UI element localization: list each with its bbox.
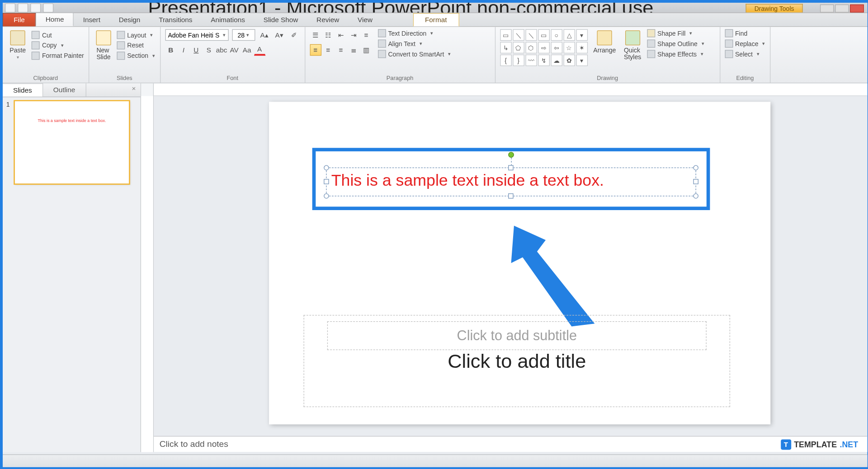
resize-handle[interactable] [693, 165, 698, 170]
shadow-button[interactable]: abc [216, 44, 227, 56]
tab-insert[interactable]: Insert [74, 14, 109, 26]
title-placeholder-container[interactable]: Click to add subtitle Click to add title [304, 315, 730, 407]
grow-font-button[interactable]: A▴ [259, 29, 270, 41]
shape-item[interactable]: ▾ [576, 55, 588, 66]
qat-button[interactable] [43, 3, 53, 12]
resize-handle[interactable] [324, 179, 329, 184]
tab-view[interactable]: View [349, 14, 382, 26]
arrange-button[interactable]: Arrange [591, 29, 618, 66]
shape-item[interactable]: } [513, 55, 524, 66]
shape-item[interactable]: ☆ [563, 42, 575, 54]
resize-handle[interactable] [324, 193, 329, 198]
panel-tab-outline[interactable]: Outline [43, 84, 86, 97]
shape-item[interactable]: ☁ [551, 55, 562, 66]
convert-smartart-button[interactable]: Convert to SmartArt [378, 50, 451, 58]
tab-slideshow[interactable]: Slide Show [254, 14, 307, 26]
font-size-select[interactable]: 28▾ [232, 29, 255, 41]
columns-button[interactable]: ▥ [360, 44, 372, 56]
select-button[interactable]: Select [725, 50, 765, 58]
justify-button[interactable]: ≣ [348, 44, 359, 56]
quick-styles-button[interactable]: Quick Styles [622, 29, 643, 66]
align-text-button[interactable]: Align Text [378, 40, 451, 48]
panel-tab-slides[interactable]: Slides [3, 84, 43, 97]
resize-handle[interactable] [693, 179, 698, 184]
resize-handle[interactable] [508, 165, 513, 170]
shape-fill-button[interactable]: Shape Fill [647, 29, 704, 38]
underline-button[interactable]: U [190, 44, 202, 56]
reset-button[interactable]: Reset [117, 41, 155, 49]
bold-button[interactable]: B [165, 44, 177, 56]
textbox-content[interactable]: This is a sample text inside a text box. [327, 168, 696, 193]
shape-item[interactable]: ⬠ [513, 42, 524, 54]
tab-format[interactable]: Format [413, 13, 459, 26]
align-left-button[interactable]: ≡ [310, 44, 321, 56]
italic-button[interactable]: I [178, 44, 189, 56]
shape-outline-button[interactable]: Shape Outline [647, 40, 704, 48]
shape-item[interactable]: ↯ [538, 55, 550, 66]
tab-home[interactable]: Home [36, 13, 74, 27]
shape-item[interactable]: ✶ [576, 42, 588, 54]
title-placeholder[interactable]: Click to add title [448, 350, 586, 372]
paste-button[interactable]: Paste ▾ [7, 29, 28, 61]
qat-button[interactable] [18, 3, 28, 12]
section-button[interactable]: Section [117, 52, 155, 60]
align-center-button[interactable]: ≡ [322, 44, 334, 56]
dec-indent-button[interactable]: ⇤ [335, 29, 347, 41]
font-name-select[interactable]: Adobe Fan Heiti S▾ [165, 29, 228, 41]
maximize-button[interactable] [835, 5, 849, 13]
shape-item[interactable]: ○ [551, 29, 562, 41]
format-painter-button[interactable]: Format Painter [32, 52, 84, 60]
slide[interactable]: This is a sample text inside a text box.… [269, 102, 770, 424]
shape-item[interactable]: 〰 [525, 55, 537, 66]
shape-item[interactable]: ↳ [500, 42, 512, 54]
shape-item[interactable]: ＼ [513, 29, 524, 41]
shape-item[interactable]: ⇦ [551, 42, 562, 54]
qat-button[interactable] [30, 3, 41, 12]
shape-item[interactable]: ▭ [500, 29, 512, 41]
resize-handle[interactable] [693, 193, 698, 198]
notes-pane[interactable]: Click to add notes [154, 436, 867, 452]
find-button[interactable]: Find [725, 29, 765, 38]
case-button[interactable]: Aa [241, 44, 253, 56]
close-button[interactable] [850, 5, 864, 13]
qat-button[interactable] [5, 3, 15, 12]
shape-effects-button[interactable]: Shape Effects [647, 50, 704, 58]
strike-button[interactable]: S [203, 44, 215, 56]
numbering-button[interactable]: ☷ [322, 29, 334, 41]
resize-handle[interactable] [324, 165, 329, 170]
panel-close-button[interactable]: × [127, 84, 140, 97]
bullets-button[interactable]: ☰ [310, 29, 321, 41]
shape-item[interactable]: ▾ [576, 29, 588, 41]
minimize-button[interactable] [820, 5, 834, 13]
clear-format-button[interactable]: ✐ [288, 29, 300, 41]
tab-transitions[interactable]: Transitions [150, 14, 202, 26]
shape-item[interactable]: ⬡ [525, 42, 537, 54]
shape-item[interactable]: △ [563, 29, 575, 41]
tab-animations[interactable]: Animations [202, 14, 255, 26]
spacing-button[interactable]: AV [228, 44, 240, 56]
cut-button[interactable]: Cut [32, 31, 84, 39]
shape-item[interactable]: { [500, 55, 512, 66]
resize-handle[interactable] [508, 193, 513, 198]
shape-item[interactable]: ＼ [525, 29, 537, 41]
copy-button[interactable]: Copy [32, 41, 84, 49]
layout-button[interactable]: Layout [117, 31, 155, 39]
tab-file[interactable]: File [3, 13, 36, 26]
tab-review[interactable]: Review [307, 14, 349, 26]
subtitle-placeholder[interactable]: Click to add subtitle [327, 321, 707, 350]
new-slide-button[interactable]: New Slide [94, 29, 113, 61]
replace-button[interactable]: Replace [725, 40, 765, 48]
selected-textbox[interactable]: This is a sample text inside a text box. [326, 168, 696, 197]
line-spacing-button[interactable]: ≡ [360, 29, 372, 41]
font-color-button[interactable]: A [254, 44, 265, 56]
shapes-gallery[interactable]: ▭＼＼▭○△▾ ↳⬠⬡⇨⇦☆✶ {}〰↯☁✿▾ [500, 29, 588, 66]
rotate-handle[interactable] [508, 152, 514, 158]
shape-item[interactable]: ▭ [538, 29, 550, 41]
inc-indent-button[interactable]: ⇥ [348, 29, 359, 41]
align-right-button[interactable]: ≡ [335, 44, 347, 56]
tab-design[interactable]: Design [109, 14, 149, 26]
shape-item[interactable]: ⇨ [538, 42, 550, 54]
shape-item[interactable]: ✿ [563, 55, 575, 66]
slide-canvas[interactable]: This is a sample text inside a text box.… [154, 96, 867, 436]
text-direction-button[interactable]: Text Direction [378, 29, 451, 38]
